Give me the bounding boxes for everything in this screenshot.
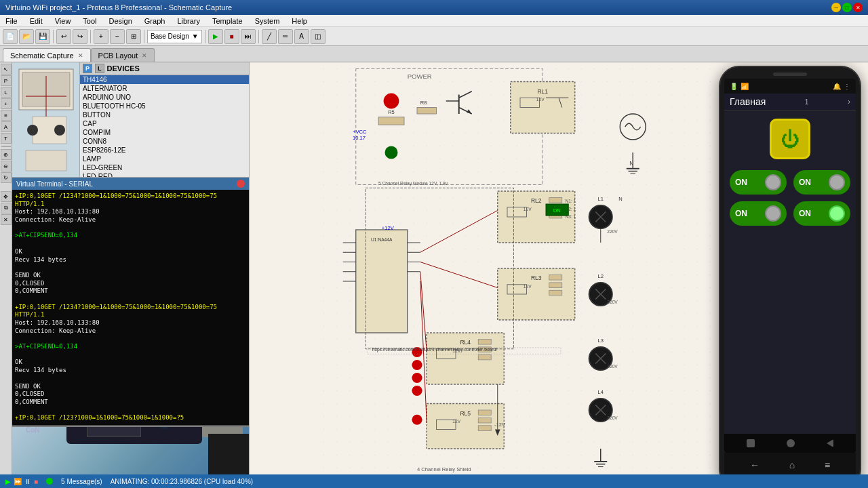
open-button[interactable]: 📂 <box>19 29 34 44</box>
device-header: P L DEVICES <box>80 62 249 75</box>
stop-button[interactable]: ■ <box>224 29 239 44</box>
tool-l[interactable]: L <box>1 87 12 98</box>
relay-2-knob <box>829 174 845 190</box>
terminal-body[interactable]: +IP:0,10GET /1234?1000=1&1000=75&1000=1&… <box>12 190 249 425</box>
phone-nav-arrow[interactable]: › <box>848 97 850 106</box>
tool-rotate[interactable]: ↻ <box>1 172 12 183</box>
device-item-esp[interactable]: ESP8266-12E <box>80 146 249 155</box>
device-item-led-green[interactable]: LED-GREEN <box>80 163 249 172</box>
device-item-conn8[interactable]: CONN8 <box>80 137 249 146</box>
zoom-in-button[interactable]: + <box>94 29 108 44</box>
phone-status-bar: 🔋 📶 🔔 ⋮ <box>724 79 856 94</box>
menu-view[interactable]: View <box>52 16 74 26</box>
device-item-cap[interactable]: CAP <box>80 119 249 128</box>
phone-nav-square[interactable] <box>747 439 755 447</box>
menu-graph[interactable]: Graph <box>142 16 168 26</box>
device-item-led-red[interactable]: LED-RED <box>80 172 249 177</box>
phone-mockup: 🔋 📶 🔔 ⋮ Главная 1 › ⏻ <box>719 66 861 474</box>
menu-design[interactable]: Design <box>106 16 135 26</box>
redo-button[interactable]: ↪ <box>73 29 87 44</box>
tool-zoom[interactable]: ⊕ <box>1 149 12 160</box>
menu-system[interactable]: System <box>252 16 283 26</box>
back-arrow[interactable]: ← <box>750 460 760 470</box>
minimize-button[interactable]: ─ <box>831 3 841 12</box>
phone-content: ⏻ ON ON ON <box>724 110 856 434</box>
phone-main-title: Главная <box>730 96 766 107</box>
design-dropdown[interactable]: Base Design ▼ <box>147 30 202 43</box>
tool-wire[interactable]: + <box>1 98 12 109</box>
tool-text[interactable]: T <box>1 133 12 144</box>
mode-l-button[interactable]: L <box>95 64 104 73</box>
tool-select[interactable]: ↖ <box>1 64 12 75</box>
svg-rect-67 <box>478 354 491 360</box>
menu-help[interactable]: Help <box>289 16 310 26</box>
options-icon[interactable]: ≡ <box>825 460 830 470</box>
relay-button-4[interactable]: ON <box>793 201 850 226</box>
relay-button-1[interactable]: ON <box>730 170 787 195</box>
tab-schematic[interactable]: Schematic Capture ✕ <box>3 48 91 62</box>
tab-schematic-label: Schematic Capture <box>10 52 74 60</box>
device-item-arduino[interactable]: ARDUINO UNO <box>80 93 249 102</box>
stop-icon[interactable]: ■ <box>34 478 38 485</box>
tool-copy[interactable]: ⧉ <box>1 203 12 214</box>
devices-label: DEVICES <box>107 64 140 73</box>
bus-button[interactable]: ═ <box>278 29 293 44</box>
tool-measure[interactable]: ⊖ <box>1 161 12 171</box>
phone-screen: 🔋 📶 🔔 ⋮ Главная 1 › ⏻ <box>724 79 856 453</box>
save-button[interactable]: 💾 <box>35 29 50 44</box>
menu-library[interactable]: Library <box>174 16 203 26</box>
device-item-bluetooth[interactable]: BLUETOOTH HC-05 <box>80 102 249 110</box>
phone-nav-triangle[interactable] <box>827 439 833 447</box>
schematic-area[interactable]: POWER R5 R8 +VCC 10.17 U1:NA44A <box>250 62 868 474</box>
separator-4 <box>205 30 205 43</box>
tool-label[interactable]: A <box>1 121 12 132</box>
home-icon[interactable]: ⌂ <box>789 460 795 470</box>
maximize-button[interactable]: □ <box>842 3 852 12</box>
menu-edit[interactable]: Edit <box>27 16 45 26</box>
tab-pcb[interactable]: PCB Layout ✕ <box>91 48 155 62</box>
svg-rect-74 <box>478 426 491 431</box>
tool-component[interactable]: P <box>1 75 12 86</box>
menu-template[interactable]: Template <box>210 16 245 26</box>
con-label: CoN <box>26 427 40 434</box>
svg-text:5 Channel Relay Module 12V, 1.: 5 Channel Relay Module 12V, 1.8v <box>378 181 448 186</box>
device-item-button[interactable]: BUTTON <box>80 110 249 119</box>
svg-text:+12V: +12V <box>382 225 395 231</box>
tool-delete[interactable]: ✕ <box>1 214 12 225</box>
device-item-lamp[interactable]: LAMP <box>80 155 249 163</box>
menu-tool[interactable]: Tool <box>80 16 99 26</box>
tool-divider[interactable] <box>1 146 11 147</box>
menu-file[interactable]: File <box>3 16 20 26</box>
phone-power-button[interactable]: ⏻ <box>770 119 810 159</box>
relay-button-2[interactable]: ON <box>793 170 850 195</box>
play-icon[interactable]: ▶ <box>5 478 11 485</box>
phone-nav-circle[interactable] <box>787 439 795 447</box>
relay-button-3[interactable]: ON <box>730 201 787 226</box>
title-bar: Virtuino WiFi project_1 - Proteus 8 Prof… <box>0 0 868 15</box>
step-button[interactable]: ⏭ <box>241 29 256 44</box>
run-button[interactable]: ▶ <box>208 29 223 44</box>
tool-move[interactable]: ✥ <box>1 191 12 202</box>
device-item-th4146[interactable]: TH4146 <box>80 75 249 84</box>
label-button[interactable]: A <box>294 29 309 44</box>
relay-3-label: ON <box>735 209 747 218</box>
new-button[interactable]: 📄 <box>3 29 18 44</box>
undo-button[interactable]: ↩ <box>56 29 71 44</box>
terminal-close-button[interactable] <box>237 180 245 188</box>
svg-point-24 <box>385 146 398 159</box>
close-button[interactable]: ✕ <box>853 3 863 12</box>
pause-icon[interactable]: ⏸ <box>24 478 31 485</box>
wire-button[interactable]: ╱ <box>262 29 277 44</box>
zoom-out-button[interactable]: − <box>110 29 125 44</box>
component-button[interactable]: ◫ <box>311 29 326 44</box>
svg-text:4 Channel Relay Shield: 4 Channel Relay Shield <box>417 466 471 472</box>
zoom-fit-button[interactable]: ⊞ <box>126 29 141 44</box>
mode-p-button[interactable]: P <box>83 64 92 73</box>
tab-schematic-close[interactable]: ✕ <box>78 52 83 59</box>
play-forward-icon[interactable]: ⏩ <box>14 478 22 485</box>
device-item-alternator[interactable]: ALTERNATOR <box>80 84 249 93</box>
svg-text:N1: 1: N1: 1 <box>566 199 576 203</box>
tool-bus[interactable]: ≡ <box>1 110 12 121</box>
tab-pcb-close[interactable]: ✕ <box>142 52 147 59</box>
device-item-compim[interactable]: COMPIM <box>80 128 249 137</box>
